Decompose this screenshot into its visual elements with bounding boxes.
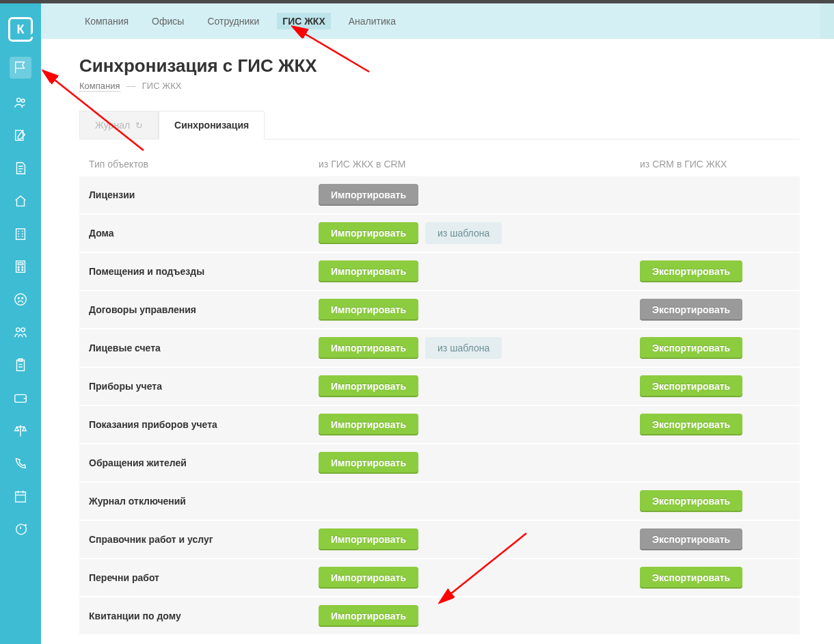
th-export: из CRM в ГИС ЖКХ xyxy=(640,159,790,170)
table-row: Перечни работИмпортироватьЭкспортировать xyxy=(79,559,800,598)
svg-point-9 xyxy=(15,294,27,306)
nav-employees[interactable]: Сотрудники xyxy=(202,13,265,29)
table-row: Лицевые счетаИмпортироватьиз шаблонаЭксп… xyxy=(79,330,800,368)
svg-point-7 xyxy=(18,269,19,271)
svg-point-13 xyxy=(21,328,25,332)
row-name: Приборы учета xyxy=(89,381,162,392)
topnav-right-edge xyxy=(820,3,834,39)
breadcrumb-sep: — xyxy=(126,81,135,91)
row-name: Показания приборов учета xyxy=(89,419,217,430)
table-row: Журнал отключенийЭкспортировать xyxy=(79,483,800,521)
sidebar-item-building[interactable] xyxy=(10,225,31,243)
table-row: Показания приборов учетаИмпортироватьЭкс… xyxy=(79,406,800,444)
table-row: Приборы учетаИмпортироватьЭкспортировать xyxy=(79,368,800,406)
import-button[interactable]: Импортировать xyxy=(319,605,418,627)
export-button[interactable]: Экспортировать xyxy=(640,490,742,512)
sidebar-item-document[interactable] xyxy=(10,159,31,177)
tabs: Журнал ↻ Синхронизация xyxy=(79,110,800,139)
sidebar-item-calculator[interactable] xyxy=(10,258,31,276)
table-header: Тип объектов из ГИС ЖКХ в CRM из CRM в Г… xyxy=(79,153,800,176)
svg-rect-4 xyxy=(18,263,23,265)
import-button[interactable]: Импортировать xyxy=(319,222,418,244)
import-button[interactable]: Импортировать xyxy=(319,414,418,435)
import-button[interactable]: Импортировать xyxy=(319,567,418,589)
export-button[interactable]: Экспортировать xyxy=(640,260,742,282)
breadcrumb-current: ГИС ЖКХ xyxy=(142,81,182,91)
sidebar: К xyxy=(0,3,41,644)
table-row: Помещения и подъездыИмпортироватьЭкспорт… xyxy=(79,253,800,291)
nav-gis-zhkh[interactable]: ГИС ЖКХ xyxy=(277,13,331,29)
sidebar-item-team[interactable] xyxy=(10,323,31,341)
export-button[interactable]: Экспортировать xyxy=(640,375,742,397)
sidebar-item-edit[interactable] xyxy=(10,126,31,144)
calculator-icon xyxy=(13,259,28,274)
import-button[interactable]: Импортировать xyxy=(319,375,418,397)
table-row: ЛицензииИмпортировать xyxy=(79,176,800,215)
top-nav: Компания Офисы Сотрудники ГИС ЖКХ Аналит… xyxy=(41,3,834,39)
table-row: ДомаИмпортироватьиз шаблона xyxy=(79,215,800,253)
app-logo[interactable]: К xyxy=(8,17,33,42)
table-row: Справочник работ и услугИмпортироватьЭкс… xyxy=(79,521,800,559)
sidebar-item-flag[interactable] xyxy=(10,57,31,79)
chat-icon xyxy=(13,522,28,537)
svg-point-10 xyxy=(18,297,19,299)
import-button[interactable]: Импортировать xyxy=(319,299,418,321)
import-button[interactable]: Импортировать xyxy=(319,528,418,550)
export-button[interactable]: Экспортировать xyxy=(640,567,742,589)
table-row: Обращения жителейИмпортировать xyxy=(79,444,800,483)
sync-table: Тип объектов из ГИС ЖКХ в CRM из CRM в Г… xyxy=(79,153,800,636)
import-button: Импортировать xyxy=(319,184,418,206)
window-top-strip xyxy=(0,0,834,3)
sidebar-item-chat[interactable] xyxy=(10,520,31,538)
breadcrumb: Компания — ГИС ЖКХ xyxy=(79,81,800,91)
row-name: Квитанции по дому xyxy=(89,611,181,621)
export-button[interactable]: Экспортировать xyxy=(640,414,742,435)
export-button[interactable]: Экспортировать xyxy=(640,337,742,359)
phone-icon xyxy=(13,456,28,471)
scales-icon xyxy=(13,423,28,438)
from-template-button[interactable]: из шаблона xyxy=(425,337,502,359)
import-button[interactable]: Импортировать xyxy=(319,452,418,474)
tab-sync-label: Синхронизация xyxy=(174,120,249,131)
flag-icon xyxy=(13,60,28,75)
from-template-button[interactable]: из шаблона xyxy=(425,222,502,244)
edit-icon xyxy=(13,128,28,143)
import-button[interactable]: Импортировать xyxy=(319,260,418,282)
th-type: Тип объектов xyxy=(89,159,319,170)
tab-journal-label: Журнал xyxy=(95,120,130,131)
nav-company[interactable]: Компания xyxy=(79,13,134,29)
tab-sync[interactable]: Синхронизация xyxy=(159,111,265,139)
row-name: Лицевые счета xyxy=(89,343,161,353)
content-area: Синхронизация с ГИС ЖКХ Компания — ГИС Ж… xyxy=(41,39,834,644)
svg-rect-17 xyxy=(16,492,26,502)
row-name: Договоры управления xyxy=(89,304,196,315)
page-title: Синхронизация с ГИС ЖКХ xyxy=(79,55,800,77)
sidebar-item-calendar[interactable] xyxy=(10,487,31,505)
document-icon xyxy=(13,161,28,176)
sidebar-item-home[interactable] xyxy=(10,192,31,210)
table-row: Договоры управленияИмпортироватьЭкспорти… xyxy=(79,291,800,330)
nav-offices[interactable]: Офисы xyxy=(146,13,189,29)
export-button: Экспортировать xyxy=(640,299,742,321)
sidebar-item-wallet[interactable] xyxy=(10,389,31,407)
row-name: Помещения и подъезды xyxy=(89,266,204,277)
calendar-icon xyxy=(13,489,28,504)
tab-journal[interactable]: Журнал ↻ xyxy=(79,111,159,139)
sidebar-item-group[interactable] xyxy=(10,94,31,111)
wallet-icon xyxy=(13,390,28,405)
row-name: Лицензии xyxy=(89,189,135,200)
row-name: Перечни работ xyxy=(89,572,159,583)
import-button[interactable]: Импортировать xyxy=(319,337,418,359)
svg-rect-2 xyxy=(16,229,25,240)
sidebar-item-phone[interactable] xyxy=(10,455,31,472)
row-name: Справочник работ и услуг xyxy=(89,534,213,545)
group-icon xyxy=(13,95,28,110)
sidebar-item-sad-face[interactable] xyxy=(10,291,31,308)
row-name: Журнал отключений xyxy=(89,496,186,507)
nav-analytics[interactable]: Аналитика xyxy=(343,13,401,29)
sidebar-item-scales[interactable] xyxy=(10,422,31,440)
sidebar-item-clipboard[interactable] xyxy=(10,356,31,374)
svg-point-1 xyxy=(21,99,25,103)
building-icon xyxy=(13,226,28,241)
breadcrumb-company-link[interactable]: Компания xyxy=(79,81,120,92)
